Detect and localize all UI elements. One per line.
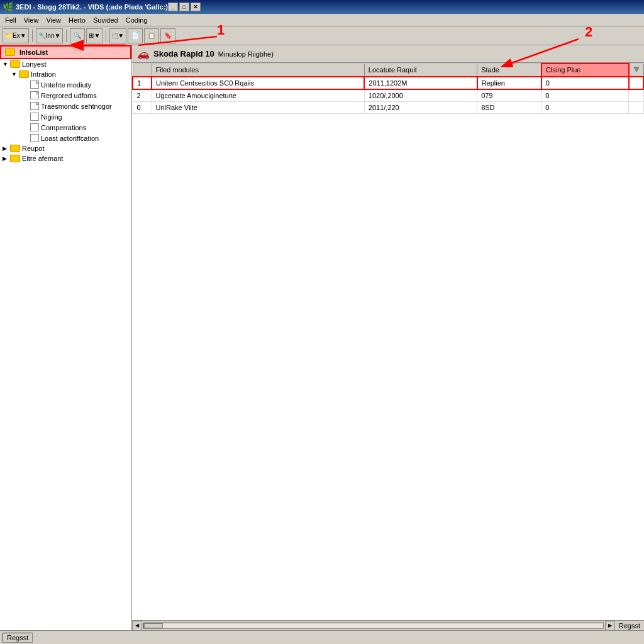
tree-item-intration[interactable]: ▼ Intration	[0, 69, 131, 79]
action1-icon: ⬚	[112, 32, 118, 39]
menu-fell[interactable]: Fell	[1, 15, 20, 25]
tree-item-loast[interactable]: Loast actoriffcation	[0, 133, 131, 143]
content-subtitle: Minuslop Riigbhe)	[218, 50, 274, 58]
scroll-track[interactable]	[143, 623, 604, 629]
horizontal-scrollbar: ◀ ▶ Regsst	[132, 620, 644, 630]
cell-locate: 1020/,2000	[364, 89, 477, 102]
doc-icon	[30, 134, 39, 142]
scroll-left-button[interactable]: ◀	[132, 621, 142, 631]
tree-item-untehte[interactable]: Untehte modiuty	[0, 79, 131, 90]
tree-item-lonyest[interactable]: ▼ Lonyest	[0, 59, 131, 69]
folder-icon-lonyest	[10, 60, 20, 68]
search-icon: 🔍	[74, 32, 81, 39]
status-bar: Regsst	[0, 630, 644, 644]
cell-num: 0	[133, 101, 152, 113]
folder-icon-eitre	[10, 155, 20, 162]
content-header: 🚗 Skoda Rapid 10 Minuslop Riigbhe)	[132, 45, 644, 63]
insolist-header[interactable]: InlsoList	[0, 45, 131, 59]
separator-2	[66, 30, 67, 42]
tree-label: Loast actoriffcation	[41, 135, 99, 142]
tree-label: Lonyest	[22, 60, 47, 68]
toolbar-action1[interactable]: ⬚ ▼	[109, 28, 126, 43]
toolbar-view[interactable]: ⊞ ▼	[86, 28, 103, 43]
menu-suvided[interactable]: Suvided	[89, 15, 122, 25]
tree-item-traes[interactable]: Traesmondc sehtnogor	[0, 101, 131, 111]
cell-module: UnlRake Viite	[152, 101, 364, 113]
expand-icon: ▶	[3, 155, 10, 162]
col-header-stade[interactable]: Stade	[477, 64, 541, 77]
col-header-closing[interactable]: Clsing Plue	[541, 64, 629, 77]
table-container: Filed modules Locatute Raquit Stade Clsi…	[132, 63, 644, 620]
doc-icon	[30, 102, 39, 110]
main-layout: InlsoList ▼ Lonyest ▼ Intration	[0, 45, 644, 630]
cell-closing: 0	[541, 89, 629, 102]
expand-icon: ▼	[3, 61, 10, 67]
tree-item-eitre[interactable]: ▶ Eitre afemant	[0, 153, 131, 164]
title-bar: 🌿 3EDI - Slogg 28Tik2. - VIDS (;ade Pled…	[0, 0, 644, 14]
table-row[interactable]: 0 UnlRake Viite 2011/,220 8SD 0	[133, 101, 643, 113]
content-title: Skoda Rapid 10	[153, 49, 214, 58]
cell-stade: 079	[477, 89, 541, 102]
tree-label: Eitre afemant	[22, 155, 63, 162]
expand-icon: ▼	[11, 71, 19, 77]
tree-item-nigiing[interactable]: Nigiing	[0, 111, 131, 122]
table-body: 1 Unitem Centsecitios SC0 Rqaiis 2011,12…	[133, 77, 643, 114]
scroll-thumb[interactable]	[144, 623, 163, 628]
tree-label: Untehte modiuty	[41, 81, 91, 89]
action2-icon: 📄	[131, 32, 139, 39]
toolbar-action2[interactable]: 📄	[128, 28, 143, 43]
col-header-locate[interactable]: Locatute Raquit	[364, 64, 477, 77]
tree-item-reupot[interactable]: ▶ Reupot	[0, 143, 131, 153]
toolbar-action3[interactable]: 📋	[144, 28, 159, 43]
menu-bar: Fell View View Herto Suvided Coding	[0, 14, 644, 26]
separator-1	[32, 30, 33, 42]
expand-icon: ▶	[3, 145, 10, 152]
window-controls: _ □ ✕	[168, 3, 201, 11]
menu-view2[interactable]: View	[42, 15, 65, 25]
toolbar-inn[interactable]: 🔧 Inn▼	[36, 28, 64, 43]
view-icon: ⊞	[89, 32, 94, 39]
tree-label: Rergrored udfoms	[41, 92, 97, 99]
table-row[interactable]: 1 Unitem Centsecitios SC0 Rqaiis 2011,12…	[133, 77, 643, 89]
scroll-right-button[interactable]: ▶	[605, 621, 615, 631]
tree-label: Comperrations	[41, 124, 86, 131]
folder-icon	[5, 48, 15, 56]
title-bar-text: 3EDI - Slogg 28Tik2. - VIDS (;ade Pleda …	[16, 3, 168, 11]
doc-icon	[30, 91, 39, 99]
tree-item-rergrored[interactable]: Rergrored udfoms	[0, 90, 131, 101]
doc-icon	[30, 123, 39, 131]
minimize-button[interactable]: _	[168, 3, 178, 11]
cell-extra	[629, 89, 644, 102]
cell-extra	[629, 77, 644, 89]
table-head: Filed modules Locatute Raquit Stade Clsi…	[133, 64, 643, 77]
maximize-button[interactable]: □	[179, 3, 189, 11]
toolbar-search[interactable]: 🔍	[70, 28, 85, 43]
sidebar: InlsoList ▼ Lonyest ▼ Intration	[0, 45, 132, 630]
tree-label: Intration	[31, 70, 56, 78]
inn-icon: 🔧	[38, 32, 46, 39]
menu-coding[interactable]: Coding	[122, 15, 152, 25]
tree-root: ▼ Lonyest ▼ Intration Untehte modiuty	[0, 59, 131, 164]
toolbar-action4[interactable]: 🔖	[160, 28, 175, 43]
app-icon: 🌿	[3, 2, 13, 12]
cell-closing: 0	[541, 101, 629, 113]
sidebar-header-label: InlsoList	[19, 48, 48, 56]
menu-herto[interactable]: Herto	[65, 15, 89, 25]
separator-3	[106, 30, 106, 42]
status-text: Regsst	[7, 634, 28, 641]
data-table: Filed modules Locatute Raquit Stade Clsi…	[132, 63, 644, 114]
toolbar-ex[interactable]: 📁 Ex▼	[3, 28, 29, 43]
col-header-filed[interactable]: Filed modules	[152, 64, 364, 77]
sort-icon	[633, 67, 640, 74]
tree-item-comperrations[interactable]: Comperrations	[0, 122, 131, 133]
tree-label: Traesmondc sehtnogor	[41, 103, 112, 110]
table-row[interactable]: 2 Ugcenate Amouciginetune 1020/,2000 079…	[133, 89, 643, 102]
folder-icon-reupot	[10, 145, 20, 152]
doc-icon	[30, 80, 39, 89]
menu-view1[interactable]: View	[20, 15, 43, 25]
cell-extra	[629, 101, 644, 113]
close-button[interactable]: ✕	[191, 3, 201, 11]
col-header-sort[interactable]	[629, 64, 644, 77]
action4-icon: 🔖	[164, 32, 172, 39]
cell-locate: 2011,1202M	[364, 77, 477, 89]
